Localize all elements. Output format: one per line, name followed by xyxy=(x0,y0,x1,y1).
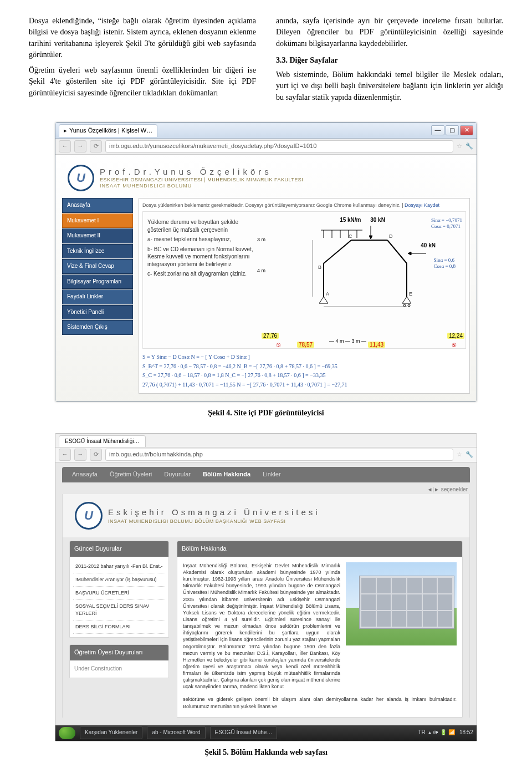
w2-reload[interactable]: ⟳ xyxy=(90,449,102,461)
cosa: Cosα = 0,7071 xyxy=(431,223,461,229)
url-field[interactable]: imb.ogu.edu.tr/yunusozcelikors/mukavemet… xyxy=(105,140,453,152)
duyuru-0[interactable]: 2011-2012 bahar yarıyılı -Fen Bl. Enst.- xyxy=(73,560,165,573)
svg-text:B: B xyxy=(318,265,321,270)
svg-marker-15 xyxy=(319,297,328,303)
svg-marker-7 xyxy=(369,236,372,239)
back-button[interactable]: ← xyxy=(59,140,71,152)
prob-a: a- mesnet tepkilerini hesaplayınız, xyxy=(147,236,258,243)
pdf-msg: Dosya yüklenirken beklemeniz gerekmekted… xyxy=(142,202,466,209)
prob-intro: Yükleme durumu ve boyutları şekilde göst… xyxy=(147,218,258,233)
task-word[interactable]: ab - Microsoft Word xyxy=(147,726,205,739)
cosa2: Cosα = 0,8 xyxy=(433,263,456,269)
w2-fwd[interactable]: → xyxy=(74,449,86,461)
tray-lang[interactable]: TR xyxy=(418,729,425,735)
fig4-caption: Şekil 4. Site içi PDF görüntüleyicisi xyxy=(29,408,503,419)
fwd-button[interactable]: → xyxy=(74,140,86,152)
svg-text:A: A xyxy=(326,291,329,297)
uni-name: Eskişehir Osmangazi Üniversitesi xyxy=(108,506,320,518)
top-nav: Anasayfa Öğretim Üyeleri Duyurular Bölüm… xyxy=(62,467,470,482)
nav-linkler[interactable]: Linkler xyxy=(263,470,280,479)
brand-line1: ESKISEHIR OSMANGAZI UNIVERSITESI | MUHEN… xyxy=(100,177,303,183)
col-right-p1: anında, sayfa içerisinde ayrı bir çerçev… xyxy=(276,16,503,49)
nav-muk1[interactable]: Mukavemet I xyxy=(62,213,133,228)
load-40: 40 kN xyxy=(421,242,436,248)
svg-point-18 xyxy=(408,304,410,307)
favicon: ▸ xyxy=(64,126,67,135)
panel-guncel: Güncel Duyurular 2011-2012 bahar yarıyıl… xyxy=(69,541,169,638)
svg-line-13 xyxy=(387,240,407,263)
nav-duyurular[interactable]: Duyurular xyxy=(164,470,191,479)
building-photo xyxy=(346,562,457,645)
main-text: İnşaat Mühendisliği Bölümü, Eskişehir De… xyxy=(183,562,340,690)
reload-button[interactable]: ⟳ xyxy=(90,140,102,152)
sina: Sinα = −0,7071 xyxy=(431,217,462,223)
col-left-p2: Öğretim üyeleri web sayfasının önemli öz… xyxy=(29,65,256,99)
nav-exit[interactable]: Sistemden Çıkış xyxy=(62,320,133,335)
nav-bolum[interactable]: Bölüm Hakkında xyxy=(203,470,250,479)
uni-sub: INSAAT MUHENDISLIGI BOLUMU BÖLÜM BAŞKANL… xyxy=(108,518,320,525)
duyuru-4[interactable]: DERS BİLGİ FORMLARI xyxy=(73,621,165,634)
sec-head-33: 3.3. Diğer Sayfalar xyxy=(276,55,503,66)
prob-b: b- BC ve CD elemanarı için Normal kuvvet… xyxy=(147,246,258,268)
window-fig5: ESOGÜ İnsaat Mühendisliği… ← → ⟳ imb.ogu… xyxy=(55,433,477,741)
w2-back[interactable]: ← xyxy=(59,449,71,461)
panel-main: Bölüm Hakkında İnşaat Mühendisliği Bölüm… xyxy=(177,541,463,718)
under-construction: Under Construction xyxy=(70,660,168,678)
close-button[interactable]: ✕ xyxy=(460,125,473,135)
w2-url-field[interactable]: imb.ogu.edu.tr/bolumhakkinda.php xyxy=(105,449,453,461)
wrench-icon[interactable]: 🔧 xyxy=(466,142,473,151)
eq4: 27,76 ( 0,7071) + 11,43 · 0,7071 = −11,5… xyxy=(142,381,466,389)
pdf-msg-txt: Dosya yüklenirken beklemeniz gerekmekted… xyxy=(142,202,405,208)
prob-c: c- Kesit zorlarına ait diyagramları çizi… xyxy=(147,270,258,278)
hl-1143: 11,43 xyxy=(368,342,385,348)
duyuru-3[interactable]: SOSYAL SEÇMELİ DERS SINAV YERLERİ xyxy=(73,600,165,621)
taskbar: Karşıdan Yüklenenler ab - Microsoft Word… xyxy=(55,725,477,741)
browser-tab[interactable]: ▸ Yunus Özçelikörs | Kişisel W… xyxy=(59,124,157,137)
nav-link[interactable]: Faydalı Linkler xyxy=(62,289,133,304)
svg-point-17 xyxy=(403,304,406,307)
svg-text:C: C xyxy=(349,233,352,239)
nav-anasayfa[interactable]: Anasayfa xyxy=(72,470,98,479)
main-cut: sektörüne ve giderek gelişen önemli bir … xyxy=(177,696,462,717)
hl-1224: 12,24 xyxy=(447,333,464,339)
load-15: 15 kN/m xyxy=(340,217,361,223)
pdf-save-link[interactable]: Dosyayı Kaydet xyxy=(405,202,439,208)
window-fig4: ▸ Yunus Özçelikörs | Kişisel W… — ▢ ✕ ← … xyxy=(55,122,477,402)
start-button[interactable] xyxy=(59,727,75,739)
max-button[interactable]: ▢ xyxy=(446,125,459,135)
hl-7857: 78,57 xyxy=(297,342,314,348)
prof-name: Prof.Dr.Yunus Özçelikörs xyxy=(100,167,303,177)
min-button[interactable]: — xyxy=(431,125,444,135)
svg-marker-9 xyxy=(408,252,411,255)
eq1: S = Y Sinα − D Cosα N = − [ Y Cosα + D S… xyxy=(142,353,466,362)
nav-anasayfa[interactable]: Anasayfa xyxy=(62,198,133,213)
left-nav: Anasayfa Mukavemet I Mukavemet II Teknik… xyxy=(62,198,133,394)
sina2: Sinα = 0,6 xyxy=(433,257,454,263)
w2-wrench-icon[interactable]: 🔧 xyxy=(466,450,473,459)
svg-text:E: E xyxy=(409,291,412,297)
w2-star-icon[interactable]: ☆ xyxy=(457,450,462,459)
pdf-area: Dosya yüklenirken beklemeniz gerekmekted… xyxy=(139,198,470,394)
tab-title: Yunus Özçelikörs | Kişisel W… xyxy=(69,126,152,135)
nav-muk2[interactable]: Mukavemet II xyxy=(62,228,133,243)
fig5-caption: Şekil 5. Bölüm Hakkında web sayfası xyxy=(29,747,503,758)
duyuru-2[interactable]: BAŞVURU ÜCRETLERİ xyxy=(73,587,165,600)
uni-logo: U xyxy=(68,165,94,191)
nav-ogretim[interactable]: Öğretim Üyeleri xyxy=(110,470,152,479)
svg-text:D: D xyxy=(389,233,393,239)
task-dl[interactable]: Karşıdan Yüklenenler xyxy=(80,726,142,739)
star-icon[interactable]: ☆ xyxy=(457,142,462,151)
nav-vize[interactable]: Vize & Final Cevap xyxy=(62,259,133,274)
load-30: 30 kN xyxy=(370,217,385,223)
panel-guncel-title: Güncel Duyurular xyxy=(70,541,168,557)
d3a: 3 m xyxy=(257,237,265,242)
secenekler[interactable]: seçenekler xyxy=(441,486,468,492)
duyuru-1[interactable]: !Mühendisler Aranıyor (iş başvurusu) xyxy=(73,573,165,587)
browser-titlebar: ▸ Yunus Özçelikörs | Kişisel W… — ▢ ✕ xyxy=(55,123,477,139)
task-chrome[interactable]: ESOGÜ İnsaat Mühe… xyxy=(210,726,278,739)
w2-tab[interactable]: ESOGÜ İnsaat Mühendisliği… xyxy=(59,435,146,448)
nav-admin[interactable]: Yönetici Paneli xyxy=(62,305,133,320)
nav-bilg[interactable]: Bilgisayar Programları xyxy=(62,274,133,289)
nav-teknik[interactable]: Teknik İngilizce xyxy=(62,244,133,259)
panel-ogretim-duyuru: Öğretim Üyesi Duyuruları Under Construct… xyxy=(69,644,169,678)
